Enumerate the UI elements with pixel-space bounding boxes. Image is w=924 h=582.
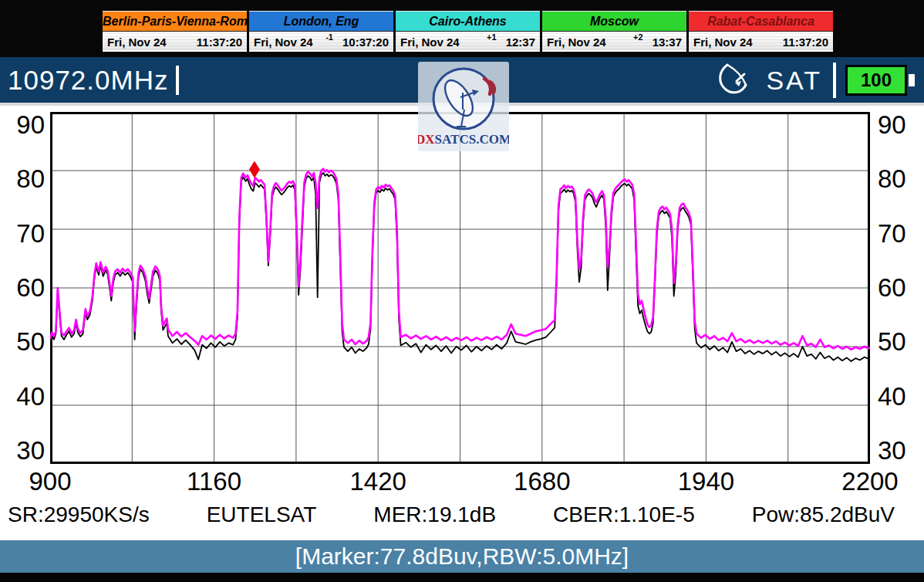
symbol-rate-value: SR:29950KS/s xyxy=(8,496,150,534)
y-tick-label: 60 xyxy=(2,275,45,301)
clock-zone-4: Rabat-CasablancaFri, Nov 2411:37:20 xyxy=(689,11,833,52)
satellite-dish-icon xyxy=(717,61,754,100)
date-text: Fri, Nov 24 xyxy=(400,36,460,49)
dxsatcs-logo: DXSATCS.COM xyxy=(418,62,509,151)
y-tick-label: 80 xyxy=(878,166,921,192)
time-text: 10:37:20 xyxy=(342,36,389,49)
spectrum-svg xyxy=(50,112,870,464)
x-tick-label: 900 xyxy=(29,467,71,496)
satellite-meter-screen: Berlin-Paris-Vienna-RomaFri, Nov 2411:37… xyxy=(0,0,924,582)
date-text: Fri, Nov 24 xyxy=(547,36,606,49)
y-tick-label: 30 xyxy=(878,438,921,464)
x-tick-label: 1420 xyxy=(349,467,406,496)
y-tick-label: 50 xyxy=(2,329,45,355)
x-tick-label: 1680 xyxy=(514,467,570,496)
city-tab-4[interactable]: Rabat-Casablanca xyxy=(689,11,833,32)
date-text: Fri, Nov 24 xyxy=(107,36,167,49)
battery-nub xyxy=(909,74,915,86)
city-tab-2[interactable]: Cairo-Athens xyxy=(396,11,540,32)
frequency-display[interactable]: 10972.0MHz xyxy=(8,65,179,96)
satellite-name: EUTELSAT xyxy=(207,496,317,534)
clock-zone-2: Cairo-AthensFri, Nov 24+112:37 xyxy=(396,11,540,52)
time-text: 13:37 xyxy=(653,36,682,49)
y-tick-label: 80 xyxy=(2,166,45,192)
cber-value: CBER:1.10E-5 xyxy=(553,496,695,534)
time-cell-2: Fri, Nov 24+112:37 xyxy=(396,32,540,52)
mer-value: MER:19.1dB xyxy=(373,496,496,534)
y-tick-label: 70 xyxy=(2,221,45,247)
y-tick-label: 70 xyxy=(878,221,921,247)
header-right-group: SAT 100 xyxy=(717,62,915,99)
text-cursor xyxy=(176,66,179,95)
y-tick-label: 40 xyxy=(878,384,921,410)
time-cell-1: Fri, Nov 24-110:37:20 xyxy=(249,32,393,52)
signal-info-bar: SR:29950KS/s EUTELSAT MER:19.1dB CBER:1.… xyxy=(0,496,924,534)
time-cell-4: Fri, Nov 2411:37:20 xyxy=(689,32,833,52)
clock-zone-3: MoscowFri, Nov 24+213:37 xyxy=(542,11,686,52)
y-tick-label: 30 xyxy=(2,438,45,464)
time-cell-3: Fri, Nov 24+213:37 xyxy=(542,32,686,52)
date-text: Fri, Nov 24 xyxy=(254,36,313,49)
x-axis-labels: 90011601420168019402200 xyxy=(0,467,924,495)
clock-zone-1: London, EngFri, Nov 24-110:37:20 xyxy=(249,11,393,52)
header-divider xyxy=(833,63,836,98)
y-tick-label: 90 xyxy=(878,112,921,138)
y-axis-labels-left: 90807060504030 xyxy=(2,112,45,464)
logo-text: DXSATCS.COM xyxy=(418,132,509,147)
clock-zone-0: Berlin-Paris-Vienna-RomaFri, Nov 2411:37… xyxy=(103,11,247,52)
x-tick-label: 1160 xyxy=(187,467,241,496)
marker-diamond xyxy=(249,161,260,178)
city-tab-3[interactable]: Moscow xyxy=(542,11,686,32)
world-clock-row: Berlin-Paris-Vienna-RomaFri, Nov 2411:37… xyxy=(103,11,835,52)
spectrum-area: 90807060504030 90807060504030 9001160142… xyxy=(0,106,924,540)
x-tick-label: 2200 xyxy=(841,467,898,496)
world-clock-panel: Berlin-Paris-Vienna-RomaFri, Nov 2411:37… xyxy=(0,0,924,57)
x-tick-label: 1940 xyxy=(678,467,734,496)
time-text: 12:37 xyxy=(506,36,535,49)
utc-offset: +2 xyxy=(633,32,643,42)
marker-status-bar: [Marker:77.8dBuv,RBW:5.0MHz] xyxy=(0,540,924,573)
city-tab-1[interactable]: London, Eng xyxy=(249,11,393,32)
date-text: Fri, Nov 24 xyxy=(693,36,753,49)
time-cell-0: Fri, Nov 2411:37:20 xyxy=(103,32,247,52)
y-tick-label: 90 xyxy=(2,112,45,138)
y-axis-labels-right: 90807060504030 xyxy=(878,112,921,464)
utc-offset: +1 xyxy=(487,32,497,42)
battery-indicator: 100 xyxy=(845,65,907,96)
y-tick-label: 40 xyxy=(2,384,45,410)
utc-offset: -1 xyxy=(325,32,333,42)
battery-level: 100 xyxy=(861,69,892,91)
sat-mode-label: SAT xyxy=(766,66,822,96)
y-tick-label: 60 xyxy=(878,275,921,301)
time-text: 11:37:20 xyxy=(783,36,828,49)
spectrum-plot xyxy=(50,112,870,464)
marker-status-text: [Marker:77.8dBuv,RBW:5.0MHz] xyxy=(295,543,629,570)
time-text: 11:37:20 xyxy=(197,36,242,49)
power-value: Pow:85.2dBuV xyxy=(752,496,895,534)
y-tick-label: 50 xyxy=(878,329,921,355)
city-tab-0[interactable]: Berlin-Paris-Vienna-Roma xyxy=(103,11,247,32)
frequency-value: 10972.0MHz xyxy=(8,65,168,96)
